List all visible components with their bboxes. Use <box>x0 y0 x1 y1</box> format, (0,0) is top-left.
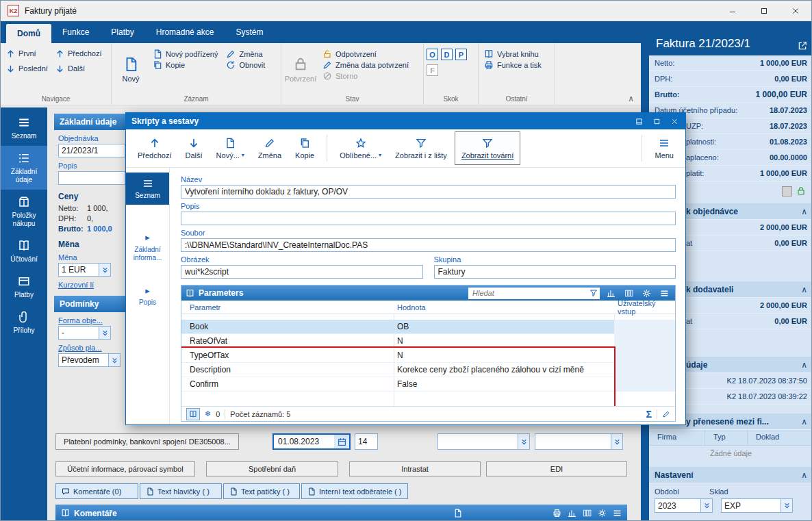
dialog-sidebar-zakladni-informace[interactable]: ▸Základní informa... <box>126 228 169 266</box>
new-button[interactable]: Nový <box>114 46 147 94</box>
warehouse-dropdown-button[interactable] <box>781 498 793 513</box>
functions-print-button[interactable]: Funkce a tisk <box>481 60 552 71</box>
columns-icon[interactable] <box>622 289 635 298</box>
column-header-parametr[interactable]: Parametr <box>181 303 394 312</box>
favorites-button[interactable]: Oblíbené...▾ <box>333 131 388 165</box>
tab-comments[interactable]: Komentáře (0) <box>55 483 138 499</box>
table-row[interactable]: ConfirmFalse <box>181 377 675 392</box>
file-input[interactable] <box>181 238 676 252</box>
jump-f-button[interactable]: F <box>427 64 438 76</box>
sum-icon[interactable]: Σ <box>646 409 652 420</box>
dialog-menu-button[interactable]: Menu <box>648 131 680 165</box>
confirm-button[interactable]: Potvrzení <box>284 46 317 94</box>
previous-button[interactable]: Předchozí <box>53 49 110 59</box>
days-input[interactable] <box>355 433 378 450</box>
table-row[interactable]: RateOfVatN <box>181 334 675 348</box>
change-confirm-date-button[interactable]: Změna data potvrzení <box>320 60 411 71</box>
dialog-maximize-button[interactable] <box>648 114 665 128</box>
dialog-new-button[interactable]: Nový...▾ <box>210 131 251 165</box>
unconfirm-button[interactable]: Odpotvrzení <box>320 49 411 60</box>
hamburger-icon[interactable] <box>657 289 671 298</box>
close-button[interactable] <box>780 1 811 21</box>
description-input[interactable] <box>181 212 676 225</box>
dialog-sidebar-seznam[interactable]: Seznam <box>126 173 169 205</box>
tab-footer-text[interactable]: Text patičky ( ) <box>223 483 300 499</box>
funnel-icon[interactable] <box>589 289 598 297</box>
table-row[interactable]: BookOB <box>181 320 675 334</box>
maximize-button[interactable] <box>748 1 780 21</box>
sidebar-item-seznam[interactable]: Seznam <box>1 110 47 146</box>
section-header-nastaveni[interactable]: Nastavení∧ <box>649 467 812 483</box>
due-date-field[interactable]: 01.08.2023 <box>272 433 351 450</box>
order-form-dropdown-button[interactable] <box>99 326 111 340</box>
restore-button[interactable]: Obnovit <box>223 60 268 71</box>
calendar-button[interactable] <box>334 435 349 448</box>
hamburger-icon[interactable] <box>613 509 622 518</box>
copy-button[interactable]: Kopie <box>150 60 220 71</box>
sidebar-item-prilohy[interactable]: Přílohy <box>1 305 47 340</box>
empty-combo-1-input[interactable] <box>437 433 518 450</box>
pencil-icon[interactable] <box>662 410 670 418</box>
sidebar-item-uctovani[interactable]: Účtování <box>1 233 47 269</box>
grid-view-toggle[interactable] <box>186 408 200 420</box>
dialog-close-button[interactable] <box>666 114 683 128</box>
jump-o-button[interactable]: O <box>427 49 438 60</box>
description-input[interactable] <box>58 171 125 185</box>
jump-d-button[interactable]: D <box>441 49 453 60</box>
empty-combo-1-dropdown-button[interactable] <box>518 433 530 450</box>
select-book-button[interactable]: Vybrat knihu <box>481 49 552 60</box>
edi-button[interactable]: EDI <box>486 461 627 476</box>
currency-input[interactable] <box>58 263 99 277</box>
empty-combo-2-input[interactable] <box>535 433 611 450</box>
open-external-icon[interactable] <box>798 41 807 51</box>
period-dropdown-button[interactable] <box>701 498 713 513</box>
chart-icon[interactable] <box>604 289 618 298</box>
dialog-next-button[interactable]: Další <box>179 131 209 165</box>
tab-header-text[interactable]: Text hlavičky ( ) <box>140 483 222 499</box>
jump-p-button[interactable]: P <box>455 49 467 60</box>
change-button[interactable]: Změna <box>223 49 268 60</box>
parameters-search-input[interactable] <box>472 289 589 297</box>
gear-icon[interactable] <box>639 289 653 298</box>
payment-terms-button[interactable]: Platební podmínky, bankovní spojení DE30… <box>55 433 239 450</box>
group-input[interactable] <box>434 265 676 279</box>
dialog-sidebar-popis[interactable]: ▸Popis <box>126 281 169 312</box>
accounting-info-button[interactable]: Účetní informace, párovací symbol <box>55 461 195 476</box>
excise-tax-button[interactable]: Spotřební daň <box>206 461 338 476</box>
collapse-section-icon[interactable]: ∧ <box>801 417 807 427</box>
period-input[interactable] <box>655 498 701 513</box>
order-form-input[interactable] <box>58 326 99 340</box>
tab-domu[interactable]: Domů <box>6 24 51 43</box>
dialog-previous-button[interactable]: Předchozí <box>131 131 178 165</box>
intrastat-button[interactable]: Intrastat <box>349 461 481 476</box>
next-button[interactable]: Další <box>53 64 110 74</box>
chart-icon[interactable] <box>568 509 576 518</box>
show-from-bar-button[interactable]: Zobrazit i z lišty <box>389 131 453 165</box>
storno-button[interactable]: Storno <box>320 71 411 81</box>
sidebar-item-polozky-nakupu[interactable]: Položky nákupu <box>1 190 47 233</box>
columns-icon[interactable] <box>583 509 592 518</box>
printer-icon[interactable] <box>553 509 561 518</box>
dialog-copy-button[interactable]: Kopie <box>289 131 320 165</box>
tab-platby[interactable]: Platby <box>100 27 144 43</box>
last-button[interactable]: Poslední <box>3 64 53 74</box>
dialog-change-button[interactable]: Změna <box>252 131 288 165</box>
sidebar-item-zakladni-udaje[interactable]: Základní údaje <box>1 146 47 190</box>
first-button[interactable]: První <box>3 49 53 59</box>
warehouse-input[interactable] <box>721 498 781 513</box>
image-input[interactable] <box>181 265 423 279</box>
table-row[interactable]: DescriptionKorekce ceny zboží placeného … <box>181 363 675 377</box>
order-input[interactable] <box>58 144 125 157</box>
tab-internal-text[interactable]: Interní text odběratele ( ) <box>301 483 408 499</box>
table-row[interactable]: TypeOfTaxN <box>181 348 675 363</box>
collapse-section-icon[interactable]: ∧ <box>801 470 807 480</box>
tab-hromadne-akce[interactable]: Hromadné akce <box>145 27 225 43</box>
dock-button[interactable] <box>631 114 647 128</box>
show-factory-button[interactable]: Zobrazit tovární <box>455 131 520 165</box>
payment-method-dropdown-button[interactable] <box>109 353 120 367</box>
empty-combo-2-dropdown-button[interactable] <box>611 433 623 450</box>
currency-dropdown-button[interactable] <box>99 263 111 277</box>
name-input[interactable] <box>181 185 676 199</box>
column-header-uzivatelsky-vstup[interactable]: Uživatelský vstup <box>614 299 675 316</box>
collapse-section-icon[interactable]: ∧ <box>801 360 807 370</box>
